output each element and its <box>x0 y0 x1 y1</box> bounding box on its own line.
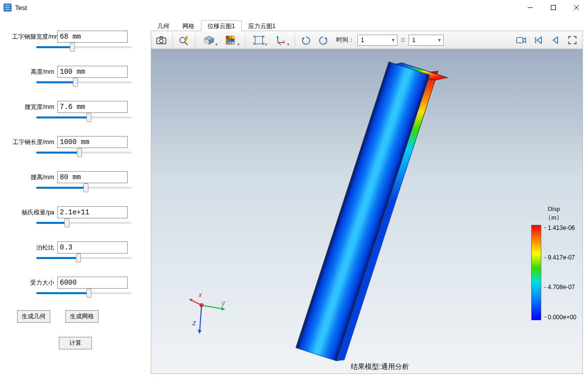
maximize-button[interactable] <box>542 0 565 15</box>
param-input-3[interactable] <box>57 136 128 148</box>
param-slider-6[interactable] <box>36 257 132 259</box>
param-slider-0[interactable] <box>36 46 132 48</box>
svg-line-8 <box>185 42 187 45</box>
param-label: 泊松比 <box>12 243 57 252</box>
color-legend: Disp （m） 1.413e-069.417e-074.708e-070.00… <box>531 205 576 320</box>
legend-title-1: Disp <box>545 205 563 213</box>
param-slider-2[interactable] <box>36 116 132 118</box>
time-value-2: 1 <box>412 37 416 44</box>
window-title: Test <box>15 4 519 12</box>
svg-rect-13 <box>229 39 232 42</box>
time-select-1[interactable]: 1 ▼ <box>357 35 398 46</box>
viewer-toolbar: ▼ ▼ ▼ <box>151 31 583 49</box>
tab-2[interactable]: 位移云图1 <box>201 20 242 31</box>
param-label: 工字钢腿宽度/mm <box>12 33 57 41</box>
fit-view-icon[interactable]: ▼ <box>248 33 269 48</box>
gen-geom-button[interactable]: 生成几何 <box>17 310 50 323</box>
svg-rect-10 <box>229 36 232 39</box>
param-label: 受力大小 <box>12 279 57 287</box>
result-canvas[interactable]: x y z Disp （m） <box>151 49 583 374</box>
step-back-icon[interactable] <box>547 33 563 48</box>
shaded-mode-icon[interactable]: ▼ <box>199 33 220 48</box>
splitter-grip[interactable] <box>400 35 407 46</box>
window-controls <box>519 0 588 15</box>
legend-tick: 9.417e-07 <box>544 255 576 261</box>
axes-orientation-icon[interactable]: z y ▼ <box>270 33 291 48</box>
legend-tick: 4.708e-07 <box>544 284 576 290</box>
tab-1[interactable]: 网格 <box>176 20 201 31</box>
svg-rect-18 <box>255 36 263 44</box>
param-slider-4[interactable] <box>36 187 132 189</box>
param-input-7[interactable] <box>57 277 128 289</box>
svg-text:y: y <box>283 39 285 42</box>
parameter-sidebar: 工字钢腿宽度/mm高度/mm腰宽度/mm工字钢长度/mm腰高/mm杨氏模量/pa… <box>0 15 151 379</box>
param-slider-3[interactable] <box>36 152 132 154</box>
svg-point-7 <box>180 37 185 43</box>
param-label: 工字钢长度/mm <box>12 138 57 147</box>
svg-rect-15 <box>226 41 229 44</box>
rotate-cw-icon[interactable] <box>315 33 331 48</box>
time-value-1: 1 <box>361 37 364 44</box>
legend-tick: 0.000e+00 <box>544 314 576 320</box>
time-select-2[interactable]: 1 ▼ <box>409 35 444 46</box>
param-label: 高度/mm <box>12 68 57 76</box>
gen-mesh-button[interactable]: 生成网格 <box>65 310 99 323</box>
tab-3[interactable]: 应力云图1 <box>242 20 282 31</box>
auto-lightning-icon[interactable] <box>176 33 192 48</box>
svg-rect-2 <box>551 6 556 10</box>
svg-point-6 <box>159 39 163 42</box>
param-slider-5[interactable] <box>36 222 132 224</box>
svg-rect-12 <box>226 39 229 42</box>
chevron-down-icon: ▼ <box>437 38 442 43</box>
param-slider-1[interactable] <box>36 81 132 83</box>
titlebar: Test <box>0 0 588 15</box>
video-camera-icon[interactable] <box>513 33 529 48</box>
result-caption: 结果模型:通用分析 <box>351 362 409 371</box>
param-input-6[interactable] <box>57 241 128 254</box>
svg-line-21 <box>278 42 281 45</box>
close-button[interactable] <box>565 0 588 15</box>
param-input-2[interactable] <box>57 101 128 113</box>
param-input-1[interactable] <box>57 66 128 78</box>
time-label: 时间： <box>336 36 354 44</box>
view-tabs: 几何网格位移云图1应力云图1 <box>151 20 583 31</box>
legend-tick: 1.413e-06 <box>544 225 576 231</box>
tab-0[interactable]: 几何 <box>151 20 176 31</box>
svg-rect-16 <box>229 41 232 44</box>
param-input-4[interactable] <box>57 171 128 183</box>
color-cube-icon[interactable]: ▼ <box>221 33 242 48</box>
param-slider-7[interactable] <box>36 292 132 294</box>
param-label: 杨氏模量/pa <box>12 208 57 217</box>
legend-title-2: （m） <box>545 213 563 222</box>
param-input-5[interactable] <box>57 206 128 218</box>
svg-rect-17 <box>232 41 235 44</box>
svg-rect-14 <box>232 39 235 42</box>
expand-icon[interactable] <box>564 33 580 48</box>
snapshot-icon[interactable] <box>153 33 169 48</box>
param-label: 腰宽度/mm <box>12 103 57 111</box>
svg-rect-24 <box>517 37 523 43</box>
calculate-button[interactable]: 计算 <box>59 337 92 349</box>
minimize-button[interactable] <box>519 0 542 15</box>
svg-rect-11 <box>232 36 235 39</box>
svg-text:z: z <box>276 35 278 38</box>
param-input-0[interactable] <box>57 31 128 43</box>
param-label: 腰高/mm <box>12 173 57 182</box>
viewer-panel: 几何网格位移云图1应力云图1 <box>151 15 588 379</box>
app-icon <box>3 3 12 12</box>
legend-colorbar <box>531 225 541 320</box>
skip-first-icon[interactable] <box>530 33 546 48</box>
chevron-down-icon: ▼ <box>391 38 396 43</box>
rotate-ccw-icon[interactable] <box>298 33 314 48</box>
svg-rect-9 <box>226 36 229 39</box>
